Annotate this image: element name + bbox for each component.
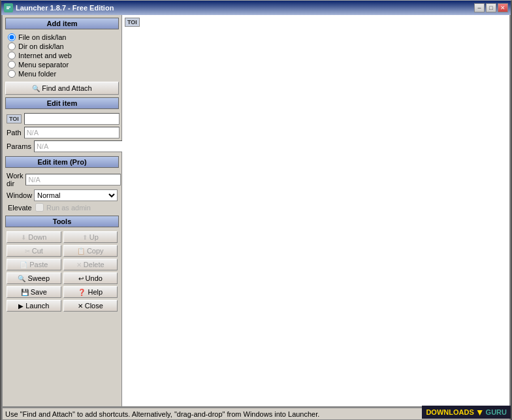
radio-folder-label: Menu folder [18,70,56,78]
cut-icon: ✂ [25,248,30,255]
window-controls: – □ ✕ [474,3,508,12]
save-icon: 💾 [21,289,29,296]
edit-item-pro-section: Work dir Window Normal Minimized Maximiz… [5,170,119,213]
left-panel: Add item File on disk/lan Dir on disk/la… [3,15,122,406]
path-input[interactable] [24,127,120,138]
right-panel: TOI [122,15,509,406]
path-label: Path [7,129,22,137]
run-as-admin-label: Run as admin [46,204,91,212]
copy-button[interactable]: 📋 Copy [63,245,118,257]
close-icon: ✕ [78,302,83,310]
add-item-radio-group: File on disk/lan Dir on disk/lan Interne… [5,32,119,79]
delete-button[interactable]: ✕ Delete [63,259,118,270]
params-input[interactable] [34,140,129,152]
radio-internet-label: Internet and web [18,52,72,59]
workdir-label: Work dir [7,172,23,187]
help-icon: ❓ [78,289,86,296]
radio-separator[interactable]: Menu separator [8,61,116,69]
radio-dir-disk-label: Dir on disk/lan [18,42,64,50]
downloads-logo: DOWNLOADS ▼ GURU [422,406,511,419]
radio-separator-label: Menu separator [18,61,69,69]
cut-button[interactable]: ✂ Cut [7,245,61,257]
svg-rect-0 [5,5,12,11]
params-row: Params [7,140,118,152]
elevate-label: Elevate [8,204,33,212]
path-row: Path [7,127,118,138]
top-badge: TOI [125,18,140,27]
workdir-row: Work dir [7,172,118,187]
elevate-row: Elevate Run as admin [7,203,118,212]
radio-internet[interactable]: Internet and web [8,52,116,59]
find-attach-button[interactable]: 🔍 Find and Attach [5,82,119,95]
up-button[interactable]: ⬆ Up [63,231,118,243]
search-icon: 🔍 [32,85,40,92]
radio-dir-disk[interactable]: Dir on disk/lan [8,42,116,50]
sweep-button[interactable]: 🔍 Sweep [7,272,61,284]
params-label: Params [7,142,31,150]
launch-icon: ▶ [18,302,24,310]
icon-badge: TOI [7,114,22,123]
app-icon [4,3,13,12]
radio-folder[interactable]: Menu folder [8,70,116,78]
down-icon: ⬇ [21,234,26,241]
paste-button[interactable]: 📄 Paste [7,259,61,270]
undo-button[interactable]: ↩ Undo [63,272,118,284]
down-button[interactable]: ⬇ Down [7,231,61,243]
copy-icon: 📋 [77,248,85,255]
svg-rect-2 [7,8,9,10]
name-input[interactable] [24,113,120,125]
tools-header: Tools [5,216,119,227]
delete-icon: ✕ [76,261,82,268]
window-title: Launcher 1.8.7 - Free Edition [16,4,114,12]
maximize-button[interactable]: □ [486,3,496,12]
sweep-icon: 🔍 [18,275,25,282]
radio-file-disk-label: File on disk/lan [18,33,66,41]
window-label: Window [7,191,31,199]
title-bar: Launcher 1.8.7 - Free Edition – □ ✕ [1,1,511,15]
workdir-input[interactable] [25,174,121,186]
up-icon: ⬆ [82,234,88,241]
paste-icon: 📄 [20,261,27,268]
icon-name-row: TOI [7,113,118,125]
tools-grid: ⬇ Down ⬆ Up ✂ Cut 📋 Copy 📄 Paste [5,230,119,313]
svg-rect-1 [7,7,10,8]
close-window-button[interactable]: ✕ [498,3,508,12]
status-bar: Use "Find and Attach" to add shortcuts. … [1,408,511,420]
edit-item-pro-header: Edit item (Pro) [5,156,119,168]
save-button[interactable]: 💾 Save [7,286,61,298]
undo-icon: ↩ [78,275,84,282]
edit-item-section: TOI Path Params [5,112,119,153]
edit-item-header: Edit item [5,97,119,109]
window-select[interactable]: Normal Minimized Maximized [34,189,118,201]
run-as-admin-checkbox[interactable] [35,203,44,212]
minimize-button[interactable]: – [474,3,485,12]
launch-button[interactable]: ▶ Launch [7,300,61,312]
window-row: Window Normal Minimized Maximized [7,189,118,201]
downloads-chevron-icon: ▼ [475,407,485,417]
close-button[interactable]: ✕ Close [63,300,118,312]
help-button[interactable]: ❓ Help [63,286,118,298]
add-item-header: Add item [5,18,119,29]
radio-file-disk[interactable]: File on disk/lan [8,33,116,41]
